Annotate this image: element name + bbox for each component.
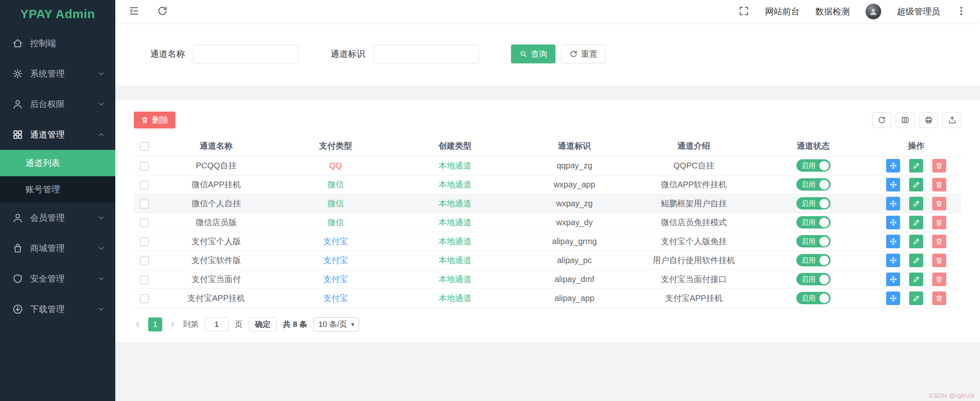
sidebar-toggle-button[interactable] bbox=[128, 5, 140, 18]
page-size-select[interactable]: 10 条/页 ▾ bbox=[313, 317, 359, 331]
move-button[interactable] bbox=[886, 178, 900, 191]
sidebar-item-label: 安全管理 bbox=[30, 273, 65, 284]
edit-button[interactable] bbox=[909, 197, 923, 210]
channel-name: 微信店员版 bbox=[196, 218, 237, 227]
avatar[interactable] bbox=[866, 4, 881, 19]
move-button[interactable] bbox=[886, 197, 900, 210]
download-icon bbox=[12, 304, 23, 315]
channel-desc: 支付宝个人版免挂 bbox=[661, 237, 727, 246]
status-toggle[interactable]: 启用 bbox=[796, 273, 831, 285]
sidebar-item-channel-list[interactable]: 通道列表 bbox=[0, 150, 115, 176]
status-toggle[interactable]: 启用 bbox=[796, 254, 831, 266]
status-toggle[interactable]: 启用 bbox=[796, 197, 831, 210]
columns-filter-button[interactable] bbox=[896, 112, 915, 128]
table-row: 微信APP挂机 微信 本地通道 wxpay_app 微信APP软件挂机 启用 bbox=[134, 175, 961, 194]
row-delete-button[interactable] bbox=[932, 159, 946, 173]
table-refresh-button[interactable] bbox=[872, 112, 891, 128]
sidebar-item-channels[interactable]: 通道管理 bbox=[0, 119, 115, 150]
edit-button[interactable] bbox=[909, 273, 923, 286]
print-button[interactable] bbox=[919, 112, 938, 128]
row-delete-button[interactable] bbox=[932, 254, 946, 267]
page-unit-label: 页 bbox=[235, 319, 243, 330]
refresh-button[interactable] bbox=[157, 5, 168, 18]
row-delete-button[interactable] bbox=[932, 235, 946, 248]
more-menu-button[interactable] bbox=[956, 5, 967, 18]
export-button[interactable] bbox=[943, 112, 961, 128]
edit-button[interactable] bbox=[909, 159, 923, 173]
table-row: 支付宝当面付 支付宝 本地通道 alipay_dmf 支付宝当面付接口 启用 bbox=[134, 270, 961, 289]
sidebar-item-accounts[interactable]: 账号管理 bbox=[0, 176, 115, 203]
chevron-down-icon bbox=[97, 305, 105, 313]
row-checkbox[interactable] bbox=[140, 181, 149, 189]
move-button[interactable] bbox=[886, 273, 900, 286]
edit-button[interactable] bbox=[909, 254, 923, 267]
row-delete-button[interactable] bbox=[932, 197, 946, 210]
sidebar-item-security[interactable]: 安全管理 bbox=[0, 263, 115, 294]
move-button[interactable] bbox=[886, 159, 900, 173]
delete-button[interactable]: 删除 bbox=[134, 112, 175, 128]
trash-icon bbox=[935, 200, 943, 207]
username[interactable]: 超级管理员 bbox=[897, 6, 940, 17]
sidebar-item-members[interactable]: 会员管理 bbox=[0, 203, 115, 233]
edit-button[interactable] bbox=[909, 216, 923, 229]
column-header: 创建类型 bbox=[393, 136, 517, 156]
channel-code: alipay_dmf bbox=[555, 275, 595, 284]
nav-link-site-front[interactable]: 网站前台 bbox=[765, 6, 800, 17]
shield-icon bbox=[12, 273, 23, 284]
edit-button[interactable] bbox=[909, 178, 923, 191]
status-label: 启用 bbox=[802, 199, 816, 208]
row-delete-button[interactable] bbox=[932, 273, 946, 286]
channel-code-input[interactable] bbox=[373, 44, 479, 63]
reset-button[interactable]: 重置 bbox=[561, 44, 606, 63]
more-vertical-icon bbox=[956, 5, 967, 18]
sidebar-item-system[interactable]: 系统管理 bbox=[0, 58, 115, 89]
move-button[interactable] bbox=[886, 235, 900, 248]
nav-link-data-check[interactable]: 数据检测 bbox=[815, 6, 850, 17]
row-checkbox[interactable] bbox=[140, 238, 149, 246]
goto-page-input[interactable] bbox=[205, 317, 229, 331]
row-checkbox[interactable] bbox=[140, 219, 149, 227]
channel-name-input[interactable] bbox=[193, 44, 299, 63]
row-checkbox[interactable] bbox=[140, 200, 149, 208]
sidebar-item-downloads[interactable]: 下载管理 bbox=[0, 294, 115, 324]
row-checkbox[interactable] bbox=[140, 162, 149, 170]
channel-code: qqpay_zg bbox=[557, 161, 593, 170]
fullscreen-button[interactable] bbox=[738, 5, 749, 18]
table-row: 微信个人自挂 微信 本地通道 wxpay_zg 鲲鹏框架用户自挂 启用 bbox=[134, 194, 961, 213]
sidebar-item-permissions[interactable]: 后台权限 bbox=[0, 89, 115, 119]
search-button[interactable]: 查询 bbox=[511, 44, 555, 63]
row-delete-button[interactable] bbox=[932, 216, 946, 229]
table-toolbar: 删除 bbox=[134, 112, 961, 128]
status-toggle[interactable]: 启用 bbox=[796, 292, 831, 304]
status-toggle[interactable]: 启用 bbox=[796, 159, 831, 172]
channel-code: wxpay_dy bbox=[556, 218, 593, 227]
status-toggle[interactable]: 启用 bbox=[796, 235, 831, 247]
next-page-button[interactable] bbox=[168, 320, 177, 329]
row-checkbox[interactable] bbox=[140, 256, 149, 265]
search-panel: 通道名称 通道标识 查询 重置 bbox=[115, 23, 980, 85]
status-label: 启用 bbox=[802, 161, 816, 170]
page-1-button[interactable]: 1 bbox=[148, 317, 162, 331]
channel-code: alipay_pc bbox=[557, 256, 592, 265]
sidebar-item-label: 会员管理 bbox=[30, 212, 65, 224]
prev-page-button[interactable] bbox=[134, 320, 142, 329]
channel-desc: 用户自行使用软件挂机 bbox=[653, 256, 735, 265]
status-toggle[interactable]: 启用 bbox=[796, 216, 831, 228]
sidebar-item-mall[interactable]: 商城管理 bbox=[0, 233, 115, 263]
row-delete-button[interactable] bbox=[932, 291, 946, 305]
row-checkbox[interactable] bbox=[140, 275, 149, 284]
row-delete-button[interactable] bbox=[932, 178, 946, 191]
status-toggle[interactable]: 启用 bbox=[796, 178, 831, 191]
sidebar-item-console[interactable]: 控制端 bbox=[0, 28, 115, 58]
move-button[interactable] bbox=[886, 216, 900, 229]
column-header: 操作 bbox=[871, 136, 961, 156]
edit-button[interactable] bbox=[909, 291, 923, 305]
move-button[interactable] bbox=[886, 254, 900, 267]
row-checkbox[interactable] bbox=[140, 294, 149, 303]
move-icon bbox=[889, 162, 897, 170]
move-button[interactable] bbox=[886, 291, 900, 305]
confirm-page-button[interactable]: 确定 bbox=[249, 317, 277, 331]
edit-button[interactable] bbox=[909, 235, 923, 248]
trash-icon bbox=[935, 219, 943, 226]
select-all-checkbox[interactable] bbox=[140, 142, 149, 151]
